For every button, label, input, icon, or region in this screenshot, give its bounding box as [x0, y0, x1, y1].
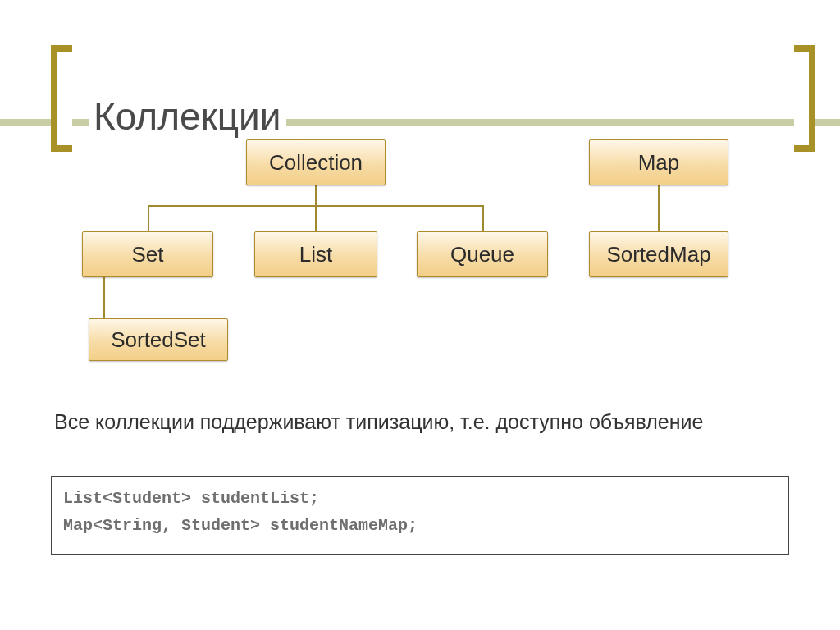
node-sortedset: SortedSet — [89, 318, 228, 361]
node-label: Set — [131, 242, 163, 267]
node-label: Map — [638, 150, 680, 176]
node-label: List — [299, 242, 332, 267]
slide-title-bar: Коллекции — [0, 25, 840, 131]
slide-title: Коллекции — [89, 94, 286, 139]
node-label: SortedSet — [111, 327, 206, 353]
node-set: Set — [82, 231, 213, 277]
caption-text: Все коллекции поддерживают типизацию, т.… — [54, 409, 776, 436]
node-list: List — [254, 231, 377, 277]
connector — [482, 205, 484, 231]
node-label: Collection — [269, 150, 363, 176]
connector — [148, 205, 149, 231]
bracket-right-icon — [794, 45, 815, 152]
connector — [315, 205, 317, 231]
connector — [658, 185, 660, 231]
node-sortedmap: SortedMap — [589, 231, 728, 277]
bracket-left-icon — [51, 45, 72, 152]
node-label: SortedMap — [606, 242, 710, 267]
code-line: List<Student> studentList; — [63, 489, 319, 508]
node-collection: Collection — [246, 139, 386, 185]
connector — [315, 185, 317, 205]
code-example: List<Student> studentList; Map<String, S… — [51, 476, 789, 555]
node-label: Queue — [450, 242, 514, 267]
node-queue: Queue — [417, 231, 548, 277]
code-line: Map<String, Student> studentNameMap; — [63, 516, 418, 535]
node-map: Map — [589, 139, 728, 185]
